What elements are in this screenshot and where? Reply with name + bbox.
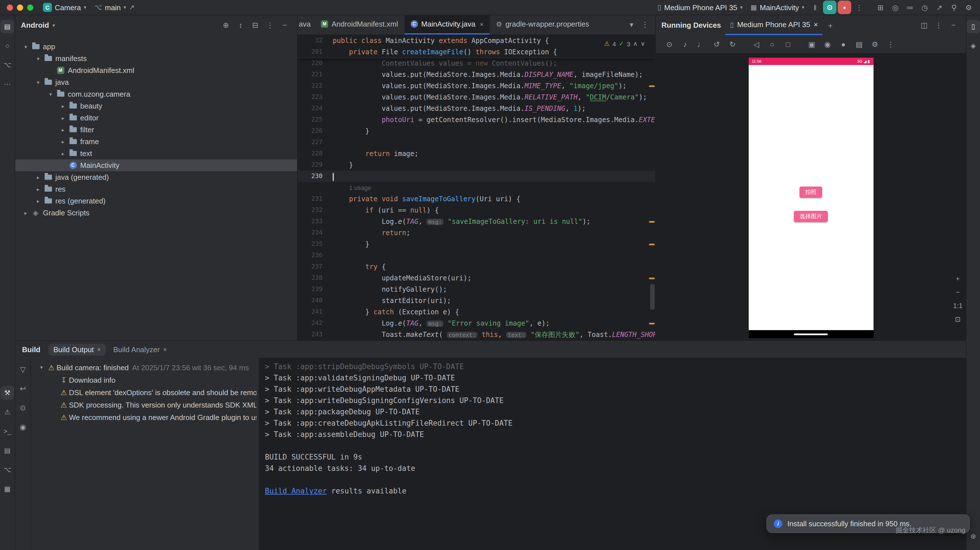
tree-chevron-icon[interactable]: ▾ xyxy=(21,44,30,49)
search-everywhere-icon[interactable]: ⚲ xyxy=(947,0,961,14)
hide-icon[interactable]: − xyxy=(278,18,291,32)
device-explorer-icon[interactable]: ▦ xyxy=(0,482,14,496)
back-icon[interactable]: ◁ xyxy=(749,37,763,51)
tree-item-res[interactable]: ▸res xyxy=(15,183,297,195)
pin-icon[interactable]: ⊙ xyxy=(16,401,30,414)
volume-up-icon[interactable]: ♪ xyxy=(678,37,692,51)
build-analyzer-link[interactable]: Build Analyzer xyxy=(265,487,327,495)
snapshots-icon[interactable]: ▤ xyxy=(852,37,866,51)
tree-chevron-icon[interactable]: ▸ xyxy=(33,174,43,180)
overview-icon[interactable]: □ xyxy=(781,37,795,51)
settings-icon[interactable]: ⚙ xyxy=(868,37,882,51)
tree-item-java-generated-[interactable]: ▸java (generated) xyxy=(15,171,297,183)
tree-chevron-icon[interactable]: ▸ xyxy=(33,186,43,192)
more-tool-windows-icon[interactable]: ⋯ xyxy=(0,77,14,91)
build-event-row[interactable]: ⚠We recommend using a newer Android Grad… xyxy=(33,411,256,423)
settings-icon[interactable]: ⚙ xyxy=(962,0,975,14)
device-tab[interactable]: ▯ Medium Phone API 35 × xyxy=(725,15,822,35)
zoom-in-button[interactable]: + xyxy=(956,275,960,283)
tree-item-manifests[interactable]: ▾manifests xyxy=(15,53,297,64)
tree-item-editor[interactable]: ▸editor xyxy=(15,112,297,124)
build-event-row[interactable]: ↧Download info xyxy=(33,374,256,386)
tree-item-gradle-scripts[interactable]: ▸◈Gradle Scripts xyxy=(15,207,297,219)
project-icon[interactable]: ▤ xyxy=(0,20,14,33)
commit-icon[interactable]: ○ xyxy=(0,39,14,53)
apply-changes-button[interactable]: ⚙ xyxy=(823,0,837,14)
build-tower-icon[interactable]: ⊞ xyxy=(874,0,888,14)
tree-item-text[interactable]: ▸text xyxy=(15,148,297,159)
code-editor[interactable]: 220 ContentValues values = new ContentVa… xyxy=(298,35,655,340)
tree-chevron-icon[interactable]: ▸ xyxy=(21,210,30,216)
more-icon[interactable]: ⋮ xyxy=(932,18,945,32)
add-device-button[interactable]: + xyxy=(828,21,832,30)
project-widget[interactable]: C Camera ▾ xyxy=(39,1,91,14)
problems-icon[interactable]: ⚠ xyxy=(0,405,14,419)
more-actions-icon[interactable]: ⋮ xyxy=(852,0,866,14)
notifications-icon[interactable]: ⊛ xyxy=(966,530,980,543)
close-tab-icon[interactable]: × xyxy=(480,21,484,27)
profiler-icon[interactable]: ◷ xyxy=(918,0,931,14)
more-icon[interactable]: ⋮ xyxy=(263,18,277,32)
branch-widget[interactable]: ⌥ main ▾ ↗ xyxy=(91,2,139,13)
logcat-icon[interactable]: ▤ xyxy=(0,444,14,457)
change-marker[interactable] xyxy=(649,323,655,324)
running-devices-icon[interactable]: ▯ xyxy=(966,20,980,33)
power-icon[interactable]: ⊙ xyxy=(663,37,676,51)
rotate-left-icon[interactable]: ↺ xyxy=(710,37,724,51)
tree-chevron-icon[interactable]: ▾ xyxy=(33,80,43,85)
tree-item-res-generated-[interactable]: ▸res (generated) xyxy=(15,195,297,207)
terminal-icon[interactable]: >_ xyxy=(0,424,14,438)
tree-chevron-icon[interactable]: ▸ xyxy=(58,127,68,132)
inspections-icon[interactable]: ◎ xyxy=(888,0,902,14)
close-icon[interactable]: × xyxy=(814,20,818,29)
screenshot-icon[interactable]: ▣ xyxy=(805,37,818,51)
filter-icon[interactable]: ▽ xyxy=(16,362,30,376)
expand-all-icon[interactable]: ↕ xyxy=(234,18,247,32)
camera-icon[interactable]: ◉ xyxy=(821,37,834,51)
tree-chevron-icon[interactable]: ▾ xyxy=(33,56,43,61)
change-marker[interactable] xyxy=(649,221,655,223)
editor-tab-gradle-wrapper-properties[interactable]: ⚙gradle-wrapper.properties xyxy=(490,15,595,35)
rotate-right-icon[interactable]: ↻ xyxy=(726,37,740,51)
device-selector[interactable]: ▯ Medium Phone API 35 ▾ xyxy=(654,2,747,13)
tree-chevron-icon[interactable]: ▾ xyxy=(37,365,46,370)
editor-scrollbar[interactable] xyxy=(650,284,655,310)
share-icon[interactable]: ↗ xyxy=(932,0,946,14)
tree-item-filter[interactable]: ▸filter xyxy=(15,124,297,136)
project-view-selector[interactable]: Android xyxy=(21,21,49,29)
fit-screen-button[interactable]: ⊡ xyxy=(955,316,961,323)
zoom-window-button[interactable] xyxy=(27,4,33,10)
close-window-button[interactable] xyxy=(7,4,13,10)
editor-tab-ava[interactable]: ava xyxy=(298,15,315,35)
editor-tab-androidmanifest-xml[interactable]: MAndroidManifest.xml xyxy=(315,15,404,35)
run-configuration-selector[interactable]: ▦ MainActivity ▾ xyxy=(747,2,808,13)
close-tab-icon[interactable]: × xyxy=(163,346,167,353)
version-control-icon[interactable]: ⌥ xyxy=(0,463,14,477)
editor-tab-mainactivity-java[interactable]: CMainActivity.java× xyxy=(404,15,490,35)
home-icon[interactable]: ○ xyxy=(765,37,779,51)
tree-chevron-icon[interactable]: ▸ xyxy=(58,139,68,144)
close-tab-icon[interactable]: × xyxy=(97,346,101,353)
tree-item-com-uzong-camera[interactable]: ▾com.uzong.camera xyxy=(15,88,297,100)
soft-wrap-icon[interactable]: ↩ xyxy=(16,381,30,395)
tree-item-frame[interactable]: ▸frame xyxy=(15,136,297,148)
build-tab-build-output[interactable]: Build Output× xyxy=(48,343,106,355)
pull-requests-icon[interactable]: ⌥ xyxy=(0,58,14,72)
capture-photo-button[interactable]: 拍照 xyxy=(800,187,822,198)
locate-file-icon[interactable]: ⊕ xyxy=(219,18,233,32)
todo-list-icon[interactable]: ≔ xyxy=(903,0,917,14)
change-marker[interactable] xyxy=(649,85,655,87)
screen-record-icon[interactable]: ● xyxy=(837,37,850,51)
next-problem-icon[interactable]: ∨ xyxy=(641,40,645,48)
change-marker[interactable] xyxy=(649,277,655,279)
build-event-row[interactable]: ▾⚠Build camera: finishedAt 2025/1/7 23:5… xyxy=(33,361,256,374)
zoom-out-button[interactable]: − xyxy=(956,288,960,296)
profiler-columns-icon[interactable]: ‖ xyxy=(808,0,822,14)
tree-item-java[interactable]: ▾java xyxy=(15,76,297,88)
tree-chevron-icon[interactable]: ▾ xyxy=(46,91,56,97)
preview-icon[interactable]: ◉ xyxy=(16,420,30,434)
build-icon[interactable]: ⚒ xyxy=(0,386,14,400)
gradle-icon[interactable]: ◈ xyxy=(966,39,980,53)
hide-icon[interactable]: − xyxy=(947,18,960,32)
inspections-widget[interactable]: ⚠ 4 ✓ 3 ∧ ∨ xyxy=(602,40,647,48)
